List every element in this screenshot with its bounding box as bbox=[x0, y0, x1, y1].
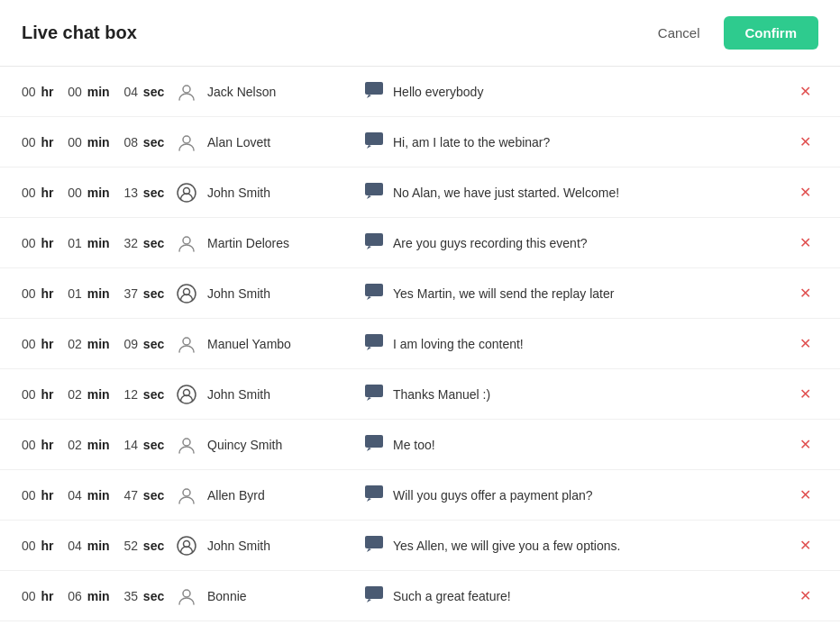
time-min-label: min bbox=[84, 85, 110, 99]
delete-button[interactable]: ✕ bbox=[792, 231, 818, 255]
time-sec: 04 bbox=[123, 85, 138, 99]
user-col: Martin Delores bbox=[175, 231, 364, 255]
user-col: Allen Byrd bbox=[175, 484, 364, 507]
time-sec-label: sec bbox=[140, 236, 164, 250]
time-sec-label: sec bbox=[140, 85, 164, 99]
message-text: Will you guys offer a payment plan? bbox=[393, 488, 593, 503]
svg-point-24 bbox=[183, 590, 190, 597]
message-col: Yes Allen, we will give you a few option… bbox=[364, 534, 792, 557]
table-row: 00 hr 02 min 09 sec Manuel Yambo I am lo… bbox=[0, 319, 840, 369]
svg-point-7 bbox=[183, 237, 190, 244]
person-icon bbox=[175, 80, 198, 104]
time-min: 04 bbox=[68, 539, 82, 553]
table-row: 00 hr 02 min 14 sec Quincy Smith Me too!… bbox=[0, 420, 840, 470]
table-row: 00 hr 01 min 37 sec John Smith Yes Marti… bbox=[0, 268, 840, 319]
svg-rect-18 bbox=[365, 435, 383, 448]
chat-bubble-icon bbox=[364, 433, 384, 457]
time-sec-label: sec bbox=[140, 186, 164, 200]
message-col: Yes Martin, we will send the replay late… bbox=[364, 282, 792, 305]
chat-bubble-icon bbox=[364, 181, 384, 204]
message-col: Such a great feature! bbox=[364, 584, 792, 608]
time-hr: 00 bbox=[22, 387, 36, 402]
user-col: John Smith bbox=[175, 534, 364, 557]
header-actions: Cancel Confirm bbox=[649, 16, 818, 50]
time-hr-label: hr bbox=[38, 286, 54, 301]
svg-rect-1 bbox=[365, 82, 383, 95]
message-text: Yes Martin, we will send the replay late… bbox=[393, 286, 614, 301]
table-row: 00 hr 02 min 12 sec John Smith Thanks Ma… bbox=[0, 369, 840, 420]
confirm-button[interactable]: Confirm bbox=[724, 16, 819, 50]
cancel-button[interactable]: Cancel bbox=[649, 20, 709, 46]
user-name: John Smith bbox=[207, 286, 270, 301]
time-min: 04 bbox=[68, 488, 82, 503]
message-text: No Alan, we have just started. Welcome! bbox=[393, 186, 619, 200]
user-col: Bonnie bbox=[175, 584, 364, 608]
message-col: Me too! bbox=[364, 433, 792, 457]
time-block: 00 hr 02 min 14 sec bbox=[22, 438, 175, 452]
message-col: I am loving the content! bbox=[364, 332, 792, 356]
delete-button[interactable]: ✕ bbox=[792, 180, 818, 204]
chat-list: 00 hr 00 min 04 sec Jack Nelson Hello ev… bbox=[0, 67, 840, 621]
user-col: Jack Nelson bbox=[175, 80, 364, 104]
svg-rect-13 bbox=[365, 334, 383, 347]
time-block: 00 hr 04 min 47 sec bbox=[22, 488, 175, 503]
admin-icon bbox=[175, 534, 198, 557]
svg-rect-16 bbox=[365, 385, 383, 397]
time-hr: 00 bbox=[22, 589, 36, 603]
delete-button[interactable]: ✕ bbox=[792, 331, 818, 356]
chat-bubble-icon bbox=[364, 332, 384, 356]
user-name: John Smith bbox=[207, 186, 270, 200]
time-sec: 14 bbox=[123, 438, 138, 452]
chat-bubble-icon bbox=[364, 584, 384, 608]
time-min: 01 bbox=[68, 286, 82, 301]
chat-bubble-icon bbox=[364, 534, 384, 557]
time-sec: 12 bbox=[123, 387, 138, 402]
message-col: Hi, am I late to the webinar? bbox=[364, 131, 792, 154]
delete-button[interactable]: ✕ bbox=[792, 483, 818, 507]
user-name: Martin Delores bbox=[207, 236, 289, 250]
time-min-label: min bbox=[84, 589, 110, 603]
time-min-label: min bbox=[84, 186, 110, 200]
svg-point-2 bbox=[183, 136, 190, 143]
time-sec-label: sec bbox=[140, 337, 164, 351]
svg-point-19 bbox=[183, 489, 190, 496]
svg-rect-11 bbox=[365, 284, 383, 296]
delete-button[interactable]: ✕ bbox=[792, 432, 818, 457]
user-col: John Smith bbox=[175, 282, 364, 305]
time-min: 02 bbox=[68, 387, 82, 402]
message-text: Yes Allen, we will give you a few option… bbox=[393, 539, 620, 553]
table-row: 00 hr 04 min 52 sec John Smith Yes Allen… bbox=[0, 521, 840, 571]
delete-button[interactable]: ✕ bbox=[792, 382, 818, 406]
table-row: 00 hr 06 min 35 sec Bonnie Such a great … bbox=[0, 571, 840, 621]
message-text: Thanks Manuel :) bbox=[393, 387, 490, 402]
time-sec-label: sec bbox=[140, 488, 164, 503]
time-min-label: min bbox=[84, 236, 110, 250]
time-hr: 00 bbox=[22, 286, 36, 301]
user-col: Alan Lovett bbox=[175, 131, 364, 154]
svg-rect-8 bbox=[365, 233, 383, 246]
delete-button[interactable]: ✕ bbox=[792, 130, 818, 154]
time-min: 00 bbox=[68, 85, 82, 99]
user-name: Alan Lovett bbox=[207, 135, 270, 149]
time-hr-label: hr bbox=[38, 589, 54, 603]
time-block: 00 hr 04 min 52 sec bbox=[22, 539, 175, 553]
delete-button[interactable]: ✕ bbox=[792, 79, 818, 104]
svg-rect-20 bbox=[365, 485, 383, 498]
time-block: 00 hr 00 min 08 sec bbox=[22, 135, 175, 149]
delete-button[interactable]: ✕ bbox=[792, 281, 818, 305]
message-col: Will you guys offer a payment plan? bbox=[364, 484, 792, 507]
delete-button[interactable]: ✕ bbox=[792, 533, 818, 557]
time-sec-label: sec bbox=[140, 387, 164, 402]
time-hr: 00 bbox=[22, 438, 36, 452]
chat-bubble-icon bbox=[364, 282, 384, 305]
message-col: Are you guys recording this event? bbox=[364, 231, 792, 255]
time-sec-label: sec bbox=[140, 539, 164, 553]
chat-bubble-icon bbox=[364, 80, 384, 104]
user-name: Jack Nelson bbox=[207, 85, 276, 99]
user-name: John Smith bbox=[207, 539, 270, 553]
time-hr-label: hr bbox=[38, 85, 54, 99]
delete-button[interactable]: ✕ bbox=[792, 584, 818, 608]
table-row: 00 hr 04 min 47 sec Allen Byrd Will you … bbox=[0, 470, 840, 521]
user-name: Quincy Smith bbox=[207, 438, 282, 452]
person-icon bbox=[175, 484, 198, 507]
